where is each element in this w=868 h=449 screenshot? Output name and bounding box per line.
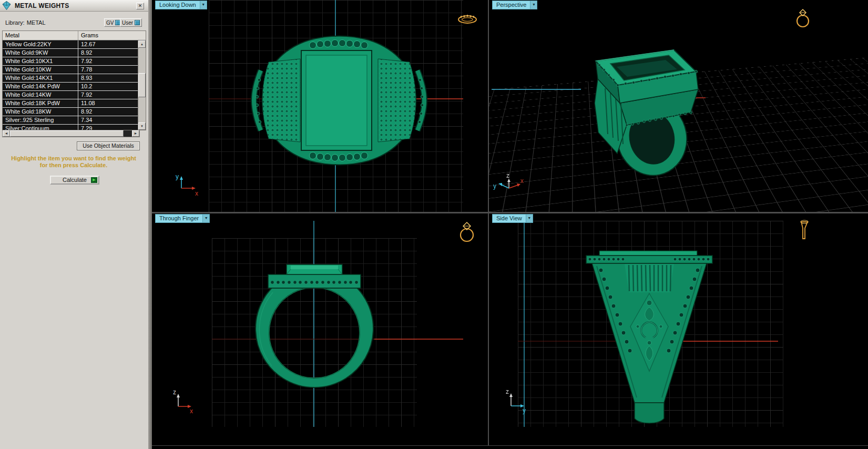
calculate-play-icon: ▶ <box>91 177 97 183</box>
axis-indicator: y x <box>176 173 198 197</box>
column-header-metal[interactable]: Metal <box>3 31 78 40</box>
cell-metal: White Gold:10KW <box>3 66 78 74</box>
app-window: y x Looking Down ▼ <box>0 0 868 449</box>
scroll-down-icon[interactable]: ▼ <box>138 123 146 130</box>
viewport-perspective[interactable]: z y x Perspective ▼ <box>489 0 868 212</box>
ring-gizmo-perspective-icon <box>797 9 809 27</box>
ring-model-side-view <box>586 251 712 423</box>
scroll-up-icon[interactable]: ▲ <box>138 40 146 48</box>
user-label: User <box>122 20 133 26</box>
table-row[interactable]: White Gold:9KW8.92 <box>3 49 138 57</box>
axis-indicator: z x <box>173 389 193 415</box>
table-row[interactable]: White Gold:18K PdW11.08 <box>3 99 138 108</box>
chevron-down-icon[interactable]: ▼ <box>202 214 210 223</box>
library-label: Library: <box>5 19 25 26</box>
table-body: Yellow Gold:22KY12.67 White Gold:9KW8.92… <box>3 40 138 130</box>
cell-grams: 8.92 <box>78 49 138 57</box>
viewport-title-text[interactable]: Perspective <box>492 1 530 9</box>
library-row: Library:METAL <box>5 19 46 26</box>
scrollbar-thumb[interactable] <box>10 130 124 137</box>
panel-edge <box>148 0 152 449</box>
viewport-bottom-edge <box>152 445 868 446</box>
use-object-materials-button[interactable]: Use Object Materials <box>77 141 140 150</box>
ring-model-front-view <box>256 264 373 387</box>
chevron-down-icon[interactable]: ▼ <box>526 214 533 223</box>
cell-metal: Yellow Gold:22KY <box>3 40 78 48</box>
column-header-grams[interactable]: Grams <box>78 31 146 40</box>
metal-weights-icon <box>2 1 12 11</box>
ring-gizmo-top-icon <box>458 15 476 23</box>
user-library-button[interactable]: User <box>120 18 142 27</box>
table-row[interactable]: White Gold:14KX18.93 <box>3 74 138 83</box>
viewport-title-looking-down[interactable]: Looking Down ▼ <box>155 1 207 9</box>
axis-indicator: z y x <box>493 172 524 190</box>
z-axis-label: z <box>506 172 509 179</box>
table-row[interactable]: Silver:Continuum7.29 <box>3 125 138 130</box>
cell-metal: White Gold:18K PdW <box>3 99 78 107</box>
table-row[interactable]: White Gold:18KW8.92 <box>3 108 138 116</box>
viewport-title-perspective[interactable]: Perspective ▼ <box>492 1 537 9</box>
table-row[interactable]: White Gold:14K PdW10.2 <box>3 83 138 91</box>
perspective-scene: z y x <box>489 0 868 212</box>
user-indicator-icon <box>135 20 140 25</box>
table-row[interactable]: White Gold:10KX17.92 <box>3 57 138 66</box>
viewport-title-text[interactable]: Looking Down <box>155 1 200 9</box>
gv-label: GV <box>106 20 114 26</box>
instruction-line-1: Highlight the item you want to find the … <box>2 155 145 162</box>
cell-grams: 11.08 <box>78 99 138 107</box>
table-row[interactable]: White Gold:14KW7.92 <box>3 91 138 99</box>
table-header: Metal Grams <box>3 31 146 40</box>
viewport-through-finger[interactable]: z x Through Finger ▼ <box>152 213 488 445</box>
table-row[interactable]: White Gold:10KW7.78 <box>3 66 138 74</box>
calculate-button[interactable]: Calculate ▶ <box>50 176 99 185</box>
table-row[interactable]: Silver:.925 Sterling7.34 <box>3 116 138 125</box>
panel-title: METAL WEIGHTS <box>15 2 69 9</box>
scroll-right-icon[interactable]: ► <box>132 130 139 137</box>
horizontal-scrollbar[interactable]: ◄ ► <box>2 130 140 137</box>
cell-grams: 8.93 <box>78 74 138 82</box>
through-finger-scene: z x <box>152 213 488 445</box>
table-row[interactable]: Yellow Gold:22KY12.67 <box>3 40 138 49</box>
cell-metal: Silver:Continuum <box>3 125 78 130</box>
ring-gizmo-side-icon <box>801 220 808 239</box>
metal-weights-table: Metal Grams Yellow Gold:22KY12.67 White … <box>2 30 146 130</box>
close-icon[interactable]: ✕ <box>136 3 144 9</box>
ring-model-perspective <box>595 50 698 182</box>
scrollbar-thumb[interactable] <box>138 73 146 97</box>
cell-metal: White Gold:9KW <box>3 49 78 57</box>
ring-model-top-view <box>254 36 424 165</box>
viewport-title-text[interactable]: Through Finger <box>155 214 202 223</box>
viewport-side-view[interactable]: z y Side View ▼ <box>489 213 868 445</box>
viewport-title-side-view[interactable]: Side View ▼ <box>492 214 533 223</box>
y-axis-label: y <box>523 407 526 414</box>
x-axis-label: x <box>190 407 193 415</box>
cell-grams: 7.92 <box>78 91 138 99</box>
side-view-scene: z y <box>489 213 868 445</box>
cell-grams: 7.34 <box>78 116 138 124</box>
cell-metal: Silver:.925 Sterling <box>3 116 78 124</box>
viewport-title-through-finger[interactable]: Through Finger ▼ <box>155 214 210 223</box>
x-axis-label: x <box>195 190 198 197</box>
z-axis-label: z <box>506 388 509 395</box>
chevron-down-icon[interactable]: ▼ <box>200 1 207 9</box>
cell-grams: 8.92 <box>78 108 138 116</box>
cell-grams: 7.78 <box>78 66 138 74</box>
chevron-down-icon[interactable]: ▼ <box>530 1 537 9</box>
instruction-text: Highlight the item you want to find the … <box>2 155 145 169</box>
vertical-scrollbar[interactable]: ▲ ▼ <box>138 40 146 130</box>
cell-grams: 12.67 <box>78 40 138 48</box>
library-value: METAL <box>27 19 46 26</box>
metal-weights-panel: METAL WEIGHTS ✕ Library:METAL GV User Me… <box>0 0 152 449</box>
cell-grams: 7.29 <box>78 125 138 130</box>
y-axis-label: y <box>493 182 496 190</box>
ring-gizmo-front-icon <box>461 222 473 241</box>
viewport-looking-down[interactable]: y x Looking Down ▼ <box>152 0 488 212</box>
cell-metal: White Gold:14KX1 <box>3 74 78 82</box>
panel-titlebar[interactable]: METAL WEIGHTS ✕ <box>0 0 148 12</box>
cell-grams: 10.2 <box>78 83 138 90</box>
y-axis-label: y <box>176 173 179 180</box>
cell-metal: White Gold:18KW <box>3 108 78 116</box>
calculate-label: Calculate <box>63 177 87 183</box>
scroll-left-icon[interactable]: ◄ <box>3 130 10 137</box>
viewport-title-text[interactable]: Side View <box>492 214 526 223</box>
